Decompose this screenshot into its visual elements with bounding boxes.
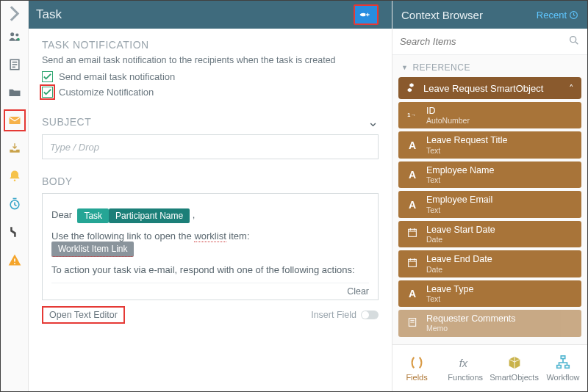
svg-point-16 (570, 36, 576, 42)
context-titlebar: Context Browser Recent (392, 1, 587, 29)
tab-smartobjects[interactable]: SmartObjects (490, 345, 539, 391)
field-type-icon: A (406, 139, 419, 151)
subject-section-toggle[interactable]: SUBJECT ⌄ (42, 114, 379, 130)
rail-item-inbox[interactable] (4, 137, 26, 159)
subject-heading: SUBJECT (42, 116, 91, 128)
customize-notification-checkbox-row[interactable]: Customize Notification (42, 87, 379, 98)
body-heading: BODY (42, 175, 379, 187)
field-type: Date (426, 235, 495, 244)
search-icon[interactable] (568, 35, 580, 49)
field-item[interactable]: ALeave Request TitleText (398, 131, 581, 158)
context-tabs: Fields fx Functions SmartObjects Workflo… (392, 344, 587, 391)
svg-rect-33 (565, 366, 570, 369)
left-rail (1, 1, 29, 391)
svg-text:1→: 1→ (407, 111, 415, 117)
field-name: Requester Comments (426, 313, 516, 324)
field-type-icon: A (406, 169, 419, 181)
field-name: Leave End Date (426, 254, 492, 264)
checkbox-icon (42, 87, 53, 98)
field-item[interactable]: Requester CommentsMemo (398, 310, 581, 336)
field-type: Text (426, 206, 492, 214)
rail-item-timer[interactable] (4, 193, 26, 215)
field-item[interactable]: 1→IDAutoNumber (398, 102, 581, 128)
body-text: Dear (51, 209, 72, 220)
token-participant-name[interactable]: Participant Name (109, 208, 190, 223)
svg-rect-32 (557, 366, 562, 369)
rail-item-folder[interactable] (4, 81, 26, 104)
search-row (392, 29, 587, 55)
field-type: Text (426, 175, 494, 184)
field-item[interactable]: Leave End DateDate (398, 250, 581, 277)
svg-rect-7 (9, 117, 20, 124)
clock-icon (569, 10, 578, 20)
body-text: item: (226, 231, 250, 242)
field-item[interactable]: ALeave TypeText (398, 280, 581, 307)
field-name: ID (426, 106, 470, 116)
tab-label: Fields (406, 373, 427, 382)
svg-text:fx: fx (459, 357, 468, 369)
svg-rect-10 (14, 258, 15, 261)
reference-heading: REFERENCE (412, 62, 470, 73)
rail-item-mail[interactable] (4, 109, 26, 131)
svg-point-1 (15, 33, 18, 36)
open-text-editor-button[interactable]: Open Text Editor (42, 306, 125, 324)
checkbox-icon (42, 71, 53, 82)
rail-item-error[interactable] (4, 249, 26, 271)
token-task[interactable]: Task (77, 208, 109, 223)
rail-item-form[interactable] (4, 54, 26, 76)
token-worklist-link[interactable]: Worklist Item Link (51, 242, 134, 257)
send-email-checkbox-row[interactable]: Send email task notification (42, 71, 379, 82)
body-editor[interactable]: Dear TaskParticipant Name , Use the foll… (42, 193, 379, 300)
clear-button[interactable]: Clear (347, 286, 369, 297)
field-type: AutoNumber (426, 116, 470, 125)
svg-line-17 (576, 42, 578, 44)
field-type: Text (426, 294, 473, 303)
toggle-pill-icon (361, 311, 379, 319)
svg-rect-31 (561, 356, 565, 359)
search-input[interactable] (400, 36, 568, 47)
field-item[interactable]: AEmployee NameText (398, 161, 581, 188)
field-type-icon: A (406, 288, 419, 300)
context-browser: Context Browser Recent ▼ REFERENCE Leave… (392, 1, 587, 391)
field-item[interactable]: AEmployee EmailText (398, 191, 581, 217)
task-titlebar: Task (29, 1, 392, 29)
body-text-spellflag: worklist (194, 231, 226, 242)
rail-item-reminder[interactable] (4, 165, 26, 187)
tab-label: Functions (448, 373, 483, 382)
tab-label: SmartObjects (490, 373, 539, 382)
workflow-icon (555, 355, 571, 371)
notification-hint: Send an email task notification to the r… (42, 55, 379, 65)
recent-button[interactable]: Recent (537, 10, 578, 21)
task-content: TASK NOTIFICATION Send an email task not… (29, 29, 392, 391)
send-email-label: Send email task notification (59, 71, 175, 82)
reference-heading-row[interactable]: ▼ REFERENCE (392, 55, 587, 77)
rail-item-users[interactable] (4, 26, 26, 48)
field-name: Employee Email (426, 195, 492, 205)
smartobject-tree: Leave Request SmartObject ˄ 1→IDAutoNumb… (392, 77, 587, 344)
tab-workflow[interactable]: Workflow (539, 345, 587, 391)
smartobject-header[interactable]: Leave Request SmartObject ˄ (398, 77, 581, 99)
svg-point-0 (10, 32, 14, 36)
tab-label: Workflow (546, 373, 579, 382)
svg-rect-11 (14, 263, 15, 264)
cube-icon (506, 355, 523, 371)
field-type: Date (426, 265, 492, 274)
main-panel: Task TASK NOTIFICATION Send an email tas… (29, 1, 392, 391)
rail-expand-toggle[interactable] (1, 4, 28, 23)
field-type-icon (406, 316, 419, 330)
field-name: Leave Type (426, 284, 473, 294)
chevron-down-icon: ⌄ (368, 114, 379, 130)
rail-item-escalation[interactable] (4, 221, 26, 243)
context-browser-toggle[interactable] (354, 4, 379, 25)
tab-functions[interactable]: fx Functions (441, 345, 490, 391)
tab-fields[interactable]: Fields (392, 345, 441, 391)
insert-field-toggle[interactable]: Insert Field (311, 310, 379, 320)
smartobject-title: Leave Request SmartObject (423, 83, 543, 94)
field-type: Text (426, 146, 508, 155)
field-item[interactable]: Leave Start DateDate (398, 221, 581, 247)
svg-rect-19 (409, 230, 417, 237)
subject-input[interactable]: Type / Drop (42, 134, 379, 159)
body-text: Use the following link to open the (51, 231, 194, 242)
svg-rect-23 (409, 259, 417, 266)
field-type-icon (406, 227, 419, 241)
